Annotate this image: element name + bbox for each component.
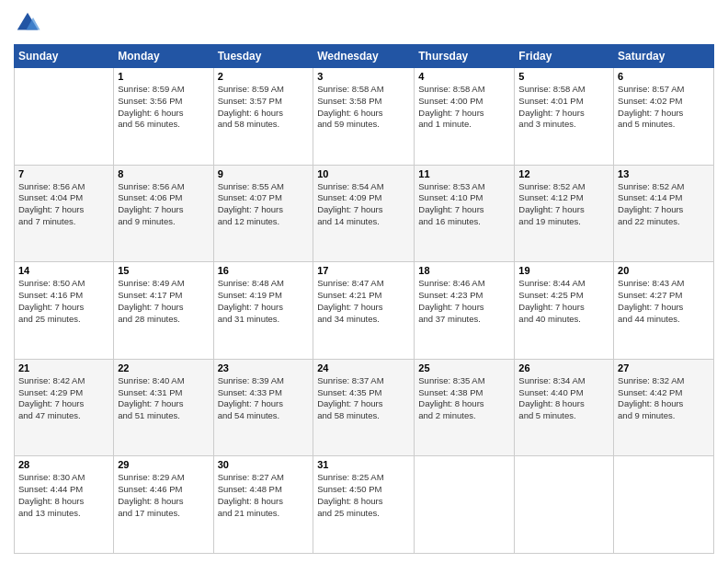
logo-icon	[14, 9, 41, 37]
cell-date-number: 15	[118, 265, 209, 276]
cell-date-number: 5	[518, 71, 609, 82]
calendar-table: SundayMondayTuesdayWednesdayThursdayFrid…	[14, 44, 714, 554]
cell-info: Sunrise: 8:32 AM Sunset: 4:42 PM Dayligh…	[618, 375, 710, 422]
cell-date-number: 22	[118, 362, 209, 373]
cell-info: Sunrise: 8:52 AM Sunset: 4:12 PM Dayligh…	[518, 181, 609, 228]
calendar-cell: 9Sunrise: 8:55 AM Sunset: 4:07 PM Daylig…	[213, 165, 313, 262]
col-header-wednesday: Wednesday	[313, 45, 415, 68]
calendar-cell: 4Sunrise: 8:58 AM Sunset: 4:00 PM Daylig…	[415, 68, 515, 166]
cell-info: Sunrise: 8:59 AM Sunset: 3:57 PM Dayligh…	[218, 84, 310, 131]
cell-info: Sunrise: 8:39 AM Sunset: 4:33 PM Dayligh…	[218, 375, 310, 422]
calendar-cell: 28Sunrise: 8:30 AM Sunset: 4:44 PM Dayli…	[15, 456, 114, 554]
cell-date-number: 14	[18, 265, 109, 276]
cell-date-number: 21	[18, 362, 109, 373]
calendar-cell: 24Sunrise: 8:37 AM Sunset: 4:35 PM Dayli…	[313, 359, 415, 456]
cell-info: Sunrise: 8:50 AM Sunset: 4:16 PM Dayligh…	[18, 278, 109, 325]
cell-date-number: 10	[317, 168, 410, 179]
cell-date-number: 27	[618, 362, 710, 373]
col-header-friday: Friday	[515, 45, 614, 68]
cell-date-number: 17	[317, 265, 410, 276]
col-header-monday: Monday	[114, 45, 213, 68]
cell-date-number: 20	[618, 265, 710, 276]
calendar-cell: 23Sunrise: 8:39 AM Sunset: 4:33 PM Dayli…	[213, 359, 313, 456]
cell-date-number: 18	[418, 265, 510, 276]
calendar-cell: 3Sunrise: 8:58 AM Sunset: 3:58 PM Daylig…	[313, 68, 415, 166]
calendar-week-row: 14Sunrise: 8:50 AM Sunset: 4:16 PM Dayli…	[15, 262, 714, 360]
cell-info: Sunrise: 8:58 AM Sunset: 3:58 PM Dayligh…	[317, 84, 410, 131]
cell-info: Sunrise: 8:34 AM Sunset: 4:40 PM Dayligh…	[518, 375, 609, 422]
calendar-cell: 22Sunrise: 8:40 AM Sunset: 4:31 PM Dayli…	[114, 359, 213, 456]
cell-date-number: 24	[317, 362, 410, 373]
cell-date-number: 28	[18, 459, 109, 470]
calendar-week-row: 21Sunrise: 8:42 AM Sunset: 4:29 PM Dayli…	[15, 359, 714, 456]
calendar-cell: 11Sunrise: 8:53 AM Sunset: 4:10 PM Dayli…	[415, 165, 515, 262]
calendar-cell: 12Sunrise: 8:52 AM Sunset: 4:12 PM Dayli…	[515, 165, 614, 262]
col-header-thursday: Thursday	[415, 45, 515, 68]
cell-info: Sunrise: 8:56 AM Sunset: 4:04 PM Dayligh…	[18, 181, 109, 228]
cell-info: Sunrise: 8:53 AM Sunset: 4:10 PM Dayligh…	[418, 181, 510, 228]
header	[14, 9, 714, 37]
cell-info: Sunrise: 8:43 AM Sunset: 4:27 PM Dayligh…	[618, 278, 710, 325]
cell-info: Sunrise: 8:47 AM Sunset: 4:21 PM Dayligh…	[317, 278, 410, 325]
col-header-tuesday: Tuesday	[213, 45, 313, 68]
calendar-cell: 8Sunrise: 8:56 AM Sunset: 4:06 PM Daylig…	[114, 165, 213, 262]
cell-info: Sunrise: 8:59 AM Sunset: 3:56 PM Dayligh…	[118, 84, 209, 131]
cell-date-number: 29	[118, 459, 209, 470]
calendar-cell: 31Sunrise: 8:25 AM Sunset: 4:50 PM Dayli…	[313, 456, 415, 554]
calendar-cell	[415, 456, 515, 554]
cell-info: Sunrise: 8:44 AM Sunset: 4:25 PM Dayligh…	[518, 278, 609, 325]
cell-info: Sunrise: 8:27 AM Sunset: 4:48 PM Dayligh…	[218, 472, 310, 519]
col-header-saturday: Saturday	[614, 45, 714, 68]
cell-info: Sunrise: 8:58 AM Sunset: 4:00 PM Dayligh…	[418, 84, 510, 131]
cell-date-number: 2	[218, 71, 310, 82]
calendar-cell: 1Sunrise: 8:59 AM Sunset: 3:56 PM Daylig…	[114, 68, 213, 166]
calendar-cell	[15, 68, 114, 166]
cell-date-number: 31	[317, 459, 410, 470]
calendar-cell: 21Sunrise: 8:42 AM Sunset: 4:29 PM Dayli…	[15, 359, 114, 456]
cell-date-number: 4	[418, 71, 510, 82]
cell-info: Sunrise: 8:57 AM Sunset: 4:02 PM Dayligh…	[618, 84, 710, 131]
cell-date-number: 7	[18, 168, 109, 179]
calendar-cell: 6Sunrise: 8:57 AM Sunset: 4:02 PM Daylig…	[614, 68, 714, 166]
cell-info: Sunrise: 8:42 AM Sunset: 4:29 PM Dayligh…	[18, 375, 109, 422]
calendar-cell: 18Sunrise: 8:46 AM Sunset: 4:23 PM Dayli…	[415, 262, 515, 360]
calendar-cell	[614, 456, 714, 554]
calendar-cell: 20Sunrise: 8:43 AM Sunset: 4:27 PM Dayli…	[614, 262, 714, 360]
calendar-cell: 19Sunrise: 8:44 AM Sunset: 4:25 PM Dayli…	[515, 262, 614, 360]
calendar-header-row: SundayMondayTuesdayWednesdayThursdayFrid…	[15, 45, 714, 68]
calendar-cell: 15Sunrise: 8:49 AM Sunset: 4:17 PM Dayli…	[114, 262, 213, 360]
logo	[14, 9, 45, 37]
cell-info: Sunrise: 8:55 AM Sunset: 4:07 PM Dayligh…	[218, 181, 310, 228]
cell-info: Sunrise: 8:54 AM Sunset: 4:09 PM Dayligh…	[317, 181, 410, 228]
cell-date-number: 12	[518, 168, 609, 179]
cell-date-number: 16	[218, 265, 310, 276]
cell-date-number: 30	[218, 459, 310, 470]
cell-date-number: 8	[118, 168, 209, 179]
cell-date-number: 1	[118, 71, 209, 82]
cell-info: Sunrise: 8:29 AM Sunset: 4:46 PM Dayligh…	[118, 472, 209, 519]
calendar-cell: 13Sunrise: 8:52 AM Sunset: 4:14 PM Dayli…	[614, 165, 714, 262]
calendar-cell: 16Sunrise: 8:48 AM Sunset: 4:19 PM Dayli…	[213, 262, 313, 360]
cell-info: Sunrise: 8:40 AM Sunset: 4:31 PM Dayligh…	[118, 375, 209, 422]
cell-date-number: 23	[218, 362, 310, 373]
col-header-sunday: Sunday	[15, 45, 114, 68]
calendar-cell: 2Sunrise: 8:59 AM Sunset: 3:57 PM Daylig…	[213, 68, 313, 166]
cell-info: Sunrise: 8:35 AM Sunset: 4:38 PM Dayligh…	[418, 375, 510, 422]
cell-info: Sunrise: 8:48 AM Sunset: 4:19 PM Dayligh…	[218, 278, 310, 325]
calendar-cell: 25Sunrise: 8:35 AM Sunset: 4:38 PM Dayli…	[415, 359, 515, 456]
cell-info: Sunrise: 8:52 AM Sunset: 4:14 PM Dayligh…	[618, 181, 710, 228]
cell-info: Sunrise: 8:30 AM Sunset: 4:44 PM Dayligh…	[18, 472, 109, 519]
cell-info: Sunrise: 8:46 AM Sunset: 4:23 PM Dayligh…	[418, 278, 510, 325]
calendar-cell	[515, 456, 614, 554]
cell-date-number: 11	[418, 168, 510, 179]
calendar-week-row: 1Sunrise: 8:59 AM Sunset: 3:56 PM Daylig…	[15, 68, 714, 166]
cell-date-number: 13	[618, 168, 710, 179]
cell-info: Sunrise: 8:37 AM Sunset: 4:35 PM Dayligh…	[317, 375, 410, 422]
calendar-cell: 29Sunrise: 8:29 AM Sunset: 4:46 PM Dayli…	[114, 456, 213, 554]
calendar-cell: 30Sunrise: 8:27 AM Sunset: 4:48 PM Dayli…	[213, 456, 313, 554]
calendar-cell: 10Sunrise: 8:54 AM Sunset: 4:09 PM Dayli…	[313, 165, 415, 262]
calendar-cell: 14Sunrise: 8:50 AM Sunset: 4:16 PM Dayli…	[15, 262, 114, 360]
calendar-cell: 17Sunrise: 8:47 AM Sunset: 4:21 PM Dayli…	[313, 262, 415, 360]
cell-date-number: 19	[518, 265, 609, 276]
cell-info: Sunrise: 8:56 AM Sunset: 4:06 PM Dayligh…	[118, 181, 209, 228]
